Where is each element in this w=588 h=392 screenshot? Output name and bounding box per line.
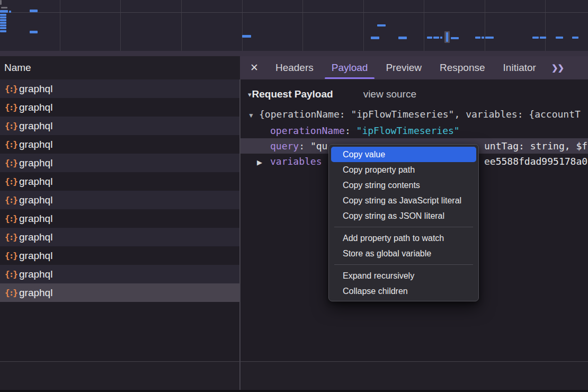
request-name: graphql bbox=[19, 120, 52, 132]
json-root-row[interactable]: ▼{operationName: "ipFlowTimeseries", var… bbox=[240, 106, 588, 122]
overview-request-bar bbox=[427, 37, 432, 39]
menu-separator bbox=[334, 227, 473, 227]
menu-item-collapse-children[interactable]: Collapse children bbox=[331, 283, 476, 299]
request-row[interactable]: {:}graphql bbox=[0, 228, 240, 246]
overview-gridline bbox=[60, 0, 60, 51]
json-braces-icon: {:} bbox=[5, 84, 19, 94]
request-row[interactable]: {:}graphql bbox=[0, 209, 240, 228]
collapsed-caret-icon[interactable]: ▶ bbox=[257, 155, 270, 170]
tab-preview[interactable]: Preview bbox=[377, 56, 431, 79]
request-name: graphql bbox=[19, 250, 52, 262]
json-key: variables bbox=[270, 156, 322, 167]
json-string-value: "ipFlowTimeseries" bbox=[357, 125, 460, 136]
panel-divider[interactable] bbox=[239, 79, 240, 390]
json-key: query bbox=[270, 140, 299, 152]
overview-gridline bbox=[120, 0, 121, 51]
overview-request-bar bbox=[30, 10, 38, 12]
name-column-header[interactable]: Name bbox=[0, 56, 240, 79]
window-bottom-edge bbox=[0, 390, 588, 392]
menu-item-copy-string-as-json-literal[interactable]: Copy string as JSON literal bbox=[331, 208, 476, 224]
overview-request-bar bbox=[242, 35, 251, 38]
json-braces-icon: {:} bbox=[5, 121, 19, 131]
overview-request-bar bbox=[572, 37, 578, 39]
json-braces-icon: {:} bbox=[5, 102, 19, 112]
overview-gridline bbox=[181, 0, 182, 51]
menu-separator bbox=[334, 264, 473, 265]
status-footer bbox=[0, 361, 588, 390]
json-colon: : bbox=[299, 140, 310, 152]
overview-gridline bbox=[302, 0, 303, 51]
json-root-preview: {operationName: "ipFlowTimeseries", vari… bbox=[259, 109, 581, 120]
tab-strip: HeadersPayloadPreviewResponseInitiator bbox=[266, 56, 545, 79]
request-row[interactable]: {:}graphql bbox=[0, 283, 240, 302]
tab-initiator[interactable]: Initiator bbox=[494, 56, 545, 79]
tab-response[interactable]: Response bbox=[431, 56, 494, 79]
request-name: graphql bbox=[19, 83, 52, 95]
menu-item-expand-recursively[interactable]: Expand recursively bbox=[331, 268, 476, 283]
overview-request-bar bbox=[451, 37, 459, 39]
json-value-right-fragment: untTag: string, $f bbox=[484, 138, 587, 154]
json-value-left-fragment: "qu bbox=[310, 140, 328, 152]
menu-item-store-as-global-variable[interactable]: Store as global variable bbox=[331, 246, 476, 261]
overview-request-bar bbox=[440, 37, 442, 39]
json-braces-icon: {:} bbox=[5, 176, 19, 186]
request-row[interactable]: {:}graphql bbox=[0, 117, 240, 135]
tab-headers[interactable]: Headers bbox=[266, 56, 323, 79]
overview-request-bar bbox=[0, 10, 8, 13]
overview-gridline bbox=[242, 0, 243, 51]
menu-item-add-property-path-to-watch[interactable]: Add property path to watch bbox=[331, 230, 476, 246]
overview-request-bar bbox=[482, 37, 484, 39]
devtools-network-panel: Name ✕ HeadersPayloadPreviewResponseInit… bbox=[0, 0, 588, 392]
menu-item-copy-value[interactable]: Copy value bbox=[331, 147, 476, 162]
overview-request-bar bbox=[556, 37, 563, 39]
json-braces-icon: {:} bbox=[5, 139, 19, 149]
request-payload-section-header[interactable]: ▾ Request Payload view source bbox=[248, 87, 416, 101]
request-row[interactable]: {:}graphql bbox=[0, 98, 240, 117]
request-list[interactable]: {:}graphql{:}graphql{:}graphql{:}graphql… bbox=[0, 79, 240, 361]
menu-item-copy-property-path[interactable]: Copy property path bbox=[331, 162, 476, 177]
request-row[interactable]: {:}graphql bbox=[0, 79, 240, 98]
json-braces-icon: {:} bbox=[5, 158, 19, 168]
request-name: graphql bbox=[19, 269, 52, 280]
request-name: graphql bbox=[19, 287, 52, 299]
request-row[interactable]: {:}graphql bbox=[0, 191, 240, 209]
expanded-caret-icon[interactable]: ▼ bbox=[248, 108, 259, 123]
json-row-operationname[interactable]: operationName: "ipFlowTimeseries" bbox=[240, 123, 588, 138]
section-title: Request Payload bbox=[252, 88, 333, 100]
overview-gridline bbox=[424, 0, 424, 51]
json-key: operationName bbox=[270, 125, 345, 136]
details-tab-bar: ✕ HeadersPayloadPreviewResponseInitiator… bbox=[240, 56, 588, 79]
menu-item-copy-string-contents[interactable]: Copy string contents bbox=[331, 177, 476, 193]
request-row[interactable]: {:}graphql bbox=[0, 265, 240, 283]
overview-request-bar bbox=[0, 24, 6, 26]
overview-bottom-band bbox=[0, 51, 588, 56]
overview-activity-bar bbox=[0, 0, 2, 5]
request-row[interactable]: {:}graphql bbox=[0, 172, 240, 191]
overview-request-bar bbox=[30, 31, 38, 33]
json-braces-icon: {:} bbox=[5, 232, 19, 242]
overview-request-bar bbox=[377, 24, 386, 26]
name-column-label: Name bbox=[4, 62, 31, 74]
request-row[interactable]: {:}graphql bbox=[0, 154, 240, 172]
tab-payload[interactable]: Payload bbox=[323, 56, 377, 79]
overview-request-bar bbox=[540, 37, 546, 39]
section-collapse-caret-icon[interactable]: ▾ bbox=[248, 91, 252, 99]
json-value-right-fragment: ee5588fdad995178a0 bbox=[484, 154, 587, 169]
overview-gridline bbox=[363, 0, 364, 51]
overview-request-bar bbox=[433, 37, 439, 39]
view-source-link[interactable]: view source bbox=[363, 88, 416, 100]
overview-request-bar bbox=[9, 11, 11, 13]
overview-request-bar bbox=[0, 14, 6, 16]
close-details-button[interactable]: ✕ bbox=[250, 56, 259, 79]
request-row[interactable]: {:}graphql bbox=[0, 135, 240, 154]
json-colon: : bbox=[345, 125, 357, 136]
overview-activity-bar bbox=[1, 7, 7, 8]
menu-item-copy-string-as-javascript-literal[interactable]: Copy string as JavaScript literal bbox=[331, 193, 476, 208]
more-tabs-icon[interactable]: ❯❯ bbox=[551, 63, 564, 73]
overview-request-bar bbox=[371, 37, 379, 39]
overview-request-bar bbox=[0, 30, 6, 32]
request-row[interactable]: {:}graphql bbox=[0, 246, 240, 265]
network-overview-timeline[interactable] bbox=[0, 0, 588, 51]
overview-request-bar bbox=[0, 16, 6, 19]
overview-request-bar bbox=[398, 37, 407, 39]
